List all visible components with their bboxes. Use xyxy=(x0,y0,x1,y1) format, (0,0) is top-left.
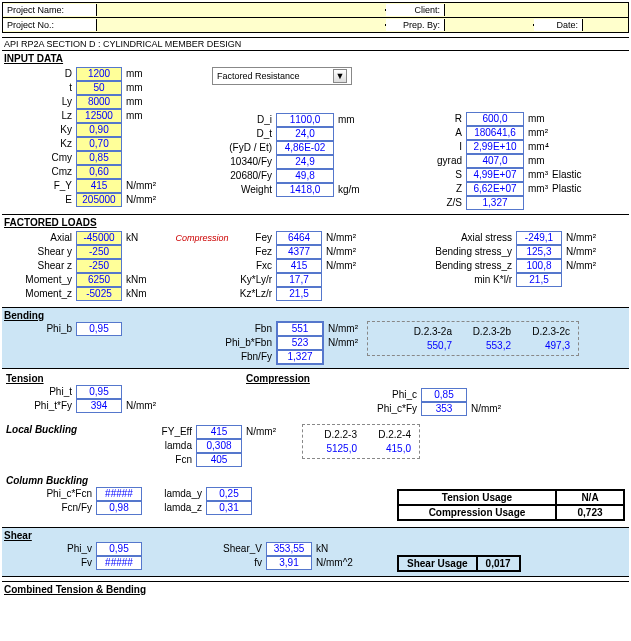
lbl-Bsz: Bending stress_z xyxy=(382,260,516,271)
chevron-down-icon: ▼ xyxy=(333,69,347,83)
unit-PcFy: N/mm² xyxy=(467,403,501,414)
input-Ly[interactable]: 8000 xyxy=(76,95,122,109)
lbl-Weight: Weight xyxy=(172,184,276,195)
input-FY[interactable]: 415 xyxy=(76,179,122,193)
lbl-KyLy: Ky*Ly/r xyxy=(232,274,276,285)
unit-Fbn: N/mm² xyxy=(324,323,358,334)
val-Fxc: 415 xyxy=(276,259,322,273)
lbl-D232c: D.2.3-2c xyxy=(515,326,574,337)
tension-usage-val: N/A xyxy=(556,490,624,505)
unit-PbFbn: N/mm² xyxy=(324,337,358,348)
lbl-FbnFy: Fbn/Fy xyxy=(172,351,276,362)
lbl-Fbn: Fbn xyxy=(172,323,276,334)
val-PcFcn: ##### xyxy=(96,487,142,501)
val-PcFy: 353 xyxy=(421,402,467,416)
input-Momentz[interactable]: -5025 xyxy=(76,287,122,301)
dropdown-selected: Factored Resistance xyxy=(217,71,300,81)
shear-usage-label: Shear Usage xyxy=(398,556,477,571)
val-lamday: 0,25 xyxy=(206,487,252,501)
val-KyLy: 17,7 xyxy=(276,273,322,287)
project-no-field[interactable] xyxy=(97,24,386,26)
prep-by-label: Prep. By: xyxy=(386,19,445,31)
lbl-Bsy: Bending stress_y xyxy=(382,246,516,257)
unit-Fey: N/mm² xyxy=(322,232,356,243)
unit-fv: N/mm^2 xyxy=(312,557,353,568)
usage-table: Tension UsageN/A Compression Usage0,723 xyxy=(397,489,625,521)
lbl-KzLz: Kz*Lz/r xyxy=(232,288,276,299)
shear-title: Shear xyxy=(2,530,629,541)
prep-by-field[interactable] xyxy=(445,24,534,26)
val-Bsz: 100,8 xyxy=(516,259,562,273)
val-Di: 1100,0 xyxy=(276,113,334,127)
lbl-Lz: Lz xyxy=(2,110,76,121)
lbl-Cmz: Cmz xyxy=(2,166,76,177)
unit-R: mm xyxy=(524,113,545,124)
client-field[interactable] xyxy=(445,9,628,11)
lbl-D232a: D.2.3-2a xyxy=(372,326,456,337)
unit-E: N/mm² xyxy=(122,194,156,205)
unit-ShearV: kN xyxy=(312,543,328,554)
input-t[interactable]: 50 xyxy=(76,81,122,95)
val-FyDEt: 4,86E-02 xyxy=(276,141,334,155)
input-Kz[interactable]: 0,70 xyxy=(76,137,122,151)
val-10340: 24,9 xyxy=(276,155,334,169)
input-Lz[interactable]: 12500 xyxy=(76,109,122,123)
header-row-1: Project Name: Client: xyxy=(2,2,629,18)
client-label: Client: xyxy=(386,4,445,16)
unit-D: mm xyxy=(122,68,143,79)
val-ZS: 1,327 xyxy=(466,196,524,210)
lbl-AxS: Axial stress xyxy=(382,232,516,243)
input-Axial[interactable]: -45000 xyxy=(76,231,122,245)
compression-usage-val: 0,723 xyxy=(556,505,624,520)
val-Weight: 1418,0 xyxy=(276,183,334,197)
input-Cmz[interactable]: 0,60 xyxy=(76,165,122,179)
lbl-10340: 10340/Fy xyxy=(172,156,276,167)
val-Fez: 4377 xyxy=(276,245,322,259)
input-E[interactable]: 205000 xyxy=(76,193,122,207)
val-minK: 21,5 xyxy=(516,273,562,287)
bending-ref-box: D.2.3-2a D.2.3-2b D.2.3-2c 550,7 553,2 4… xyxy=(367,321,579,356)
val-Phic: 0,85 xyxy=(421,388,467,402)
lbl-minK: min K*l/r xyxy=(382,274,516,285)
lbl-FcnFy: Fcn/Fy xyxy=(2,502,96,513)
lbl-fv: fv xyxy=(172,557,266,568)
input-Momenty[interactable]: 6250 xyxy=(76,273,122,287)
input-Cmy[interactable]: 0,85 xyxy=(76,151,122,165)
input-Shearz[interactable]: -250 xyxy=(76,259,122,273)
unit-Bsy: N/mm² xyxy=(562,246,596,257)
lbl-PtFy: Phi_t*Fy xyxy=(2,400,76,411)
unit-Bsz: N/mm² xyxy=(562,260,596,271)
project-name-field[interactable] xyxy=(97,9,386,11)
input-D[interactable]: 1200 xyxy=(76,67,122,81)
shear-usage-val: 0,017 xyxy=(477,556,520,571)
lbl-Phib: Phi_b xyxy=(2,323,76,334)
resistance-dropdown[interactable]: Factored Resistance ▼ xyxy=(212,67,352,85)
lbl-PbFbn: Phi_b*Fbn xyxy=(172,337,276,348)
lbl-Momenty: Moment_y xyxy=(2,274,76,285)
factored-loads-heading: FACTORED LOADS xyxy=(2,215,629,230)
input-Ky[interactable]: 0,90 xyxy=(76,123,122,137)
combined-heading: Combined Tension & Bending xyxy=(2,582,629,597)
lbl-Di: D_i xyxy=(172,114,276,125)
header-row-2: Project No.: Prep. By: Date: xyxy=(2,18,629,33)
column-buckling-title: Column Buckling xyxy=(2,475,397,486)
val-fv: 3,91 xyxy=(266,556,312,570)
lbl-FyDEt: (FyD / Et) xyxy=(172,142,276,153)
project-no-label: Project No.: xyxy=(3,19,97,31)
lbl-t: t xyxy=(2,82,76,93)
lbl-PcFcn: Phi_c*Fcn xyxy=(2,488,96,499)
val-Z: 6,62E+07 xyxy=(466,182,524,196)
lbl-D: D xyxy=(2,68,76,79)
lbl-Cmy: Cmy xyxy=(2,152,76,163)
unit-Axial: kN xyxy=(122,232,138,243)
val-D223: 5125,0 xyxy=(307,443,361,454)
lbl-lamday: lamda_y xyxy=(142,488,206,499)
val-lamda: 0,308 xyxy=(196,439,242,453)
lbl-Sheary: Shear y xyxy=(2,246,76,257)
unit-Di: mm xyxy=(334,114,355,125)
val-PtFy: 394 xyxy=(76,399,122,413)
date-field[interactable] xyxy=(583,24,628,26)
input-Sheary[interactable]: -250 xyxy=(76,245,122,259)
lbl-lamdaz: lamda_z xyxy=(142,502,206,513)
lbl-Ky: Ky xyxy=(2,124,76,135)
